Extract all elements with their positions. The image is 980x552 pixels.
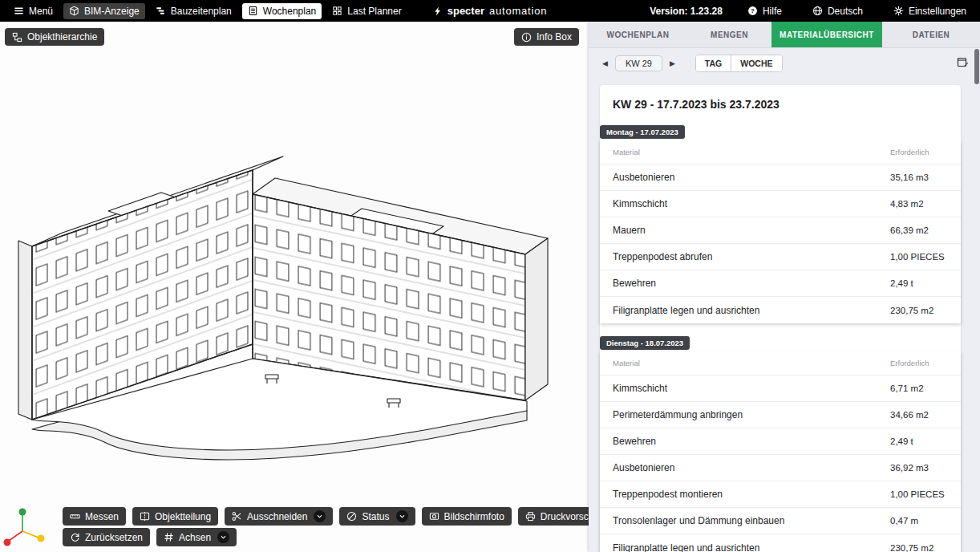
gantt-icon	[156, 6, 166, 16]
cut-button[interactable]: Ausschneiden	[225, 507, 333, 526]
material-qty: 0,47 m	[890, 516, 961, 526]
gear-icon	[893, 6, 904, 16]
material-name: Perimeterdämmung anbringen	[600, 409, 890, 420]
hierarchy-icon	[12, 32, 22, 43]
menu-button[interactable]: Menü	[8, 3, 59, 19]
settings-button[interactable]: Einstellungen	[888, 3, 972, 19]
material-qty: 2,49 t	[890, 278, 961, 288]
table-row: Tronsolenlager und Dämmung einbauen0,47 …	[600, 508, 961, 534]
camera-icon	[429, 511, 439, 522]
button-label: Messen	[85, 511, 119, 522]
table-header: Material Erforderlich	[600, 351, 961, 375]
axis-x-handle	[4, 539, 11, 546]
edit-calendar-icon	[957, 56, 969, 68]
status-button[interactable]: Status	[339, 507, 415, 526]
clipboard-icon	[248, 6, 258, 16]
material-name: Tronsolenlager und Dämmung einbauen	[600, 515, 890, 526]
edit-calendar-button[interactable]	[957, 56, 969, 71]
axes-button[interactable]: Achsen	[156, 528, 237, 546]
table-row: Filigranplatte legen und ausrichten230,7…	[600, 297, 961, 323]
info-box-label: Info Box	[537, 31, 572, 43]
prev-week-button[interactable]: ◀	[600, 58, 610, 69]
status-dropdown-button[interactable]	[396, 510, 408, 522]
tab-mengen[interactable]: MENGEN	[687, 22, 771, 47]
hamburger-icon	[14, 6, 24, 16]
scrollbar-thumb[interactable]	[974, 49, 979, 84]
table-row: Ausbetonieren36,92 m3	[600, 455, 961, 481]
printer-icon	[525, 511, 536, 522]
app-root: Menü BIM-Anzeige Bauzeitenplan Wochenpla…	[0, 0, 980, 552]
axis-gizmo[interactable]	[2, 504, 51, 550]
brand-name: specter	[447, 5, 484, 17]
button-label: Ausschneiden	[247, 511, 307, 522]
toggle-woche[interactable]: WOCHE	[731, 55, 781, 71]
viewer-toolbar-row2: Zurücksetzen Achsen	[63, 528, 237, 546]
building-model	[12, 134, 557, 471]
material-name: Kimmschicht	[600, 383, 890, 394]
ruler-icon	[70, 511, 80, 522]
table-row: Mauern66,39 m2	[600, 217, 961, 244]
panel-content: KW 29 - 17.7.2023 bis 23.7.2023 Montag -…	[589, 77, 980, 552]
tab-dateien[interactable]: DATEIEN	[882, 22, 980, 47]
material-table: Material Erforderlich Kimmschicht6,71 m2…	[600, 351, 961, 552]
tab-materialuebersicht[interactable]: MATERIALÜBERSICHT	[771, 22, 882, 47]
screenshot-button[interactable]: Bildschirmfoto	[422, 507, 512, 526]
nav-bauzeitenplan[interactable]: Bauzeitenplan	[150, 3, 237, 19]
material-name: Treppenpodest abrufen	[600, 251, 890, 262]
table-row: Kimmschicht4,83 m2	[600, 191, 961, 217]
table-row: Treppenpodest montieren1,00 PIECES	[600, 481, 961, 508]
material-qty: 2,49 t	[890, 436, 961, 446]
material-qty: 66,39 m2	[890, 225, 961, 235]
help-button[interactable]: ? Hilfe	[742, 3, 788, 19]
language-button[interactable]: Deutsch	[807, 3, 869, 19]
nav-label: BIM-Anzeige	[84, 6, 140, 17]
button-label: Status	[362, 511, 389, 522]
reset-icon	[70, 532, 80, 542]
panel-scrollbar[interactable]	[974, 49, 979, 552]
cut-dropdown-button[interactable]	[314, 510, 326, 522]
split-icon	[140, 511, 150, 522]
bim-viewer[interactable]: Objekthierarchie Info Box Messen Objektt…	[0, 22, 589, 552]
button-label: Bildschirmfoto	[444, 511, 504, 522]
print-preview-button[interactable]: Druckvorschau	[518, 507, 589, 526]
panel-subheader: ◀ KW 29 ▶ TAG WOCHE	[589, 48, 980, 77]
axis-z-handle	[19, 509, 26, 516]
material-name: Mauern	[600, 225, 890, 236]
material-qty: 36,92 m3	[890, 463, 961, 473]
table-row: Kimmschicht6,71 m2	[600, 375, 961, 402]
table-row: Bewehren2,49 t	[600, 428, 961, 455]
axes-dropdown-button[interactable]	[217, 531, 229, 543]
nav-last-planner[interactable]: Last Planner	[326, 3, 407, 19]
day-section-monday: Montag - 17.07.2023 Material Erforderlic…	[600, 124, 961, 323]
viewer-toolbar-row1: Messen Objektteilung Ausschneiden Status	[63, 507, 589, 526]
nav-label: Wochenplan	[263, 6, 317, 17]
week-chip[interactable]: KW 29	[615, 55, 662, 71]
material-qty: 1,00 PIECES	[890, 252, 961, 262]
reset-button[interactable]: Zurücksetzen	[63, 528, 150, 546]
object-hierarchy-button[interactable]: Objekthierarchie	[5, 28, 104, 46]
tab-wochenplan[interactable]: WOCHENPLAN	[589, 22, 687, 47]
object-split-button[interactable]: Objektteilung	[132, 507, 218, 526]
axis-y-handle	[38, 535, 45, 542]
topbar: Menü BIM-Anzeige Bauzeitenplan Wochenpla…	[0, 0, 980, 22]
nav-wochenplan[interactable]: Wochenplan	[242, 3, 322, 19]
svg-text:?: ?	[751, 7, 755, 14]
column-required: Erforderlich	[890, 359, 961, 367]
material-qty: 230,75 m2	[890, 543, 961, 552]
brand-logo: specter automation	[433, 5, 548, 17]
info-box-button[interactable]: Info Box	[514, 28, 579, 46]
panel-tabs: WOCHENPLAN MENGEN MATERIALÜBERSICHT DATE…	[589, 22, 980, 48]
measure-button[interactable]: Messen	[63, 507, 126, 526]
material-name: Treppenpodest montieren	[600, 489, 890, 500]
next-week-button[interactable]: ▶	[667, 58, 678, 69]
object-hierarchy-label: Objekthierarchie	[27, 31, 97, 43]
day-week-toggle: TAG WOCHE	[695, 55, 783, 72]
nav-bim-anzeige[interactable]: BIM-Anzeige	[63, 3, 145, 19]
material-card: KW 29 - 17.7.2023 bis 23.7.2023 Montag -…	[600, 85, 961, 552]
material-qty: 1,00 PIECES	[890, 489, 961, 499]
material-name: Bewehren	[600, 436, 890, 447]
toggle-tag[interactable]: TAG	[696, 55, 731, 71]
material-qty: 34,66 m2	[890, 410, 961, 420]
language-label: Deutsch	[828, 6, 863, 17]
week-title: KW 29 - 17.7.2023 bis 23.7.2023	[613, 98, 948, 111]
